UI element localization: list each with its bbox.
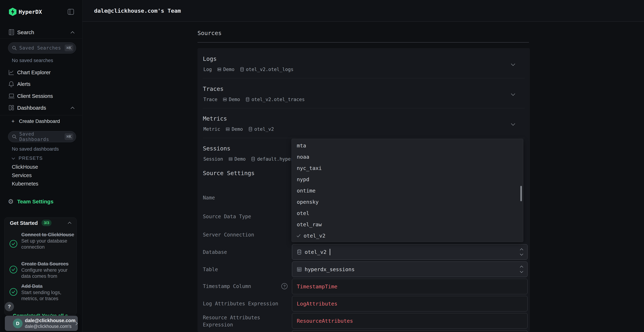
- database-value: otel_v2: [305, 249, 326, 255]
- user-menu[interactable]: D dale@clickhouse.com dale@clickhouse.co…: [5, 316, 78, 331]
- get-started-progress-badge: 3/3: [42, 220, 52, 226]
- dropdown-option-selected[interactable]: otel_v2: [292, 230, 523, 241]
- source-kind: Trace: [204, 97, 217, 102]
- source-meta: Trace Demo otel_v2.otel_traces: [204, 97, 305, 102]
- database-dropdown: mta noaa nyc_taxi nypd ontime opensky ot…: [292, 139, 523, 242]
- database-label: Database: [203, 249, 227, 255]
- dropdown-scrollbar[interactable]: [520, 186, 522, 201]
- sidebar-item-alerts[interactable]: Alerts: [17, 81, 30, 87]
- database-icon: [246, 97, 250, 102]
- expand-source-chevron-icon[interactable]: [511, 122, 515, 126]
- presets-header[interactable]: PRESETS: [18, 156, 43, 161]
- source-kind: Log: [204, 67, 212, 72]
- source-section-title: Traces: [203, 86, 224, 92]
- source-meta: Metric Demo otel_v2: [204, 126, 274, 132]
- source-table: otel_v2.otel_traces: [252, 97, 305, 102]
- text-cursor: [330, 249, 330, 255]
- step-title: Add Data: [21, 283, 75, 290]
- name-label: Name: [203, 195, 215, 201]
- source-server: Demo: [229, 97, 240, 102]
- sidebar-item-preset-clickhouse[interactable]: ClickHouse: [12, 164, 38, 170]
- log-attributes-label: Log Attributes Expression: [203, 301, 278, 306]
- source-settings-title: Source Settings: [203, 170, 254, 176]
- source-section-title: Logs: [203, 56, 217, 62]
- dropdown-option[interactable]: noaa: [292, 151, 523, 162]
- database-icon: [251, 157, 255, 161]
- server-connection-label: Server Connection: [203, 232, 254, 238]
- gear-icon: ⚙: [8, 198, 14, 205]
- chart-explorer-icon: [8, 70, 14, 76]
- saved-dashboards-shortcut: ⌘K: [64, 133, 73, 140]
- search-section-icon: [8, 29, 15, 36]
- help-icon[interactable]: ?: [282, 283, 288, 289]
- dashboards-collapse-chevron-icon[interactable]: [71, 107, 74, 110]
- top-bar: dale@clickhouse.com's Team: [82, 0, 644, 22]
- timestamp-column-input[interactable]: TimestampTime: [292, 279, 528, 294]
- database-select[interactable]: otel_v2: [292, 244, 528, 260]
- server-icon: [228, 157, 233, 161]
- search-collapse-chevron-icon[interactable]: [71, 31, 74, 35]
- create-dashboard-button[interactable]: + Create Dashboard: [12, 118, 60, 124]
- source-server: Demo: [223, 67, 234, 72]
- sidebar-item-chart-explorer[interactable]: Chart Explorer: [17, 70, 51, 76]
- saved-dashboards-input[interactable]: Saved Dashboards ⌘K: [8, 131, 76, 142]
- sidebar-item-team-settings[interactable]: Team Settings: [17, 198, 54, 205]
- get-started-step[interactable]: Add Data Start sending logs, metrics, or…: [21, 283, 75, 302]
- sidebar-item-search[interactable]: Search: [17, 29, 34, 36]
- sidebar: HyperDX Search Saved Searches ⌘K No save…: [0, 0, 82, 332]
- dropdown-option[interactable]: ontime: [292, 185, 523, 196]
- resource-attributes-label: Resource Attributes Expression: [203, 314, 282, 328]
- select-chevrons-icon[interactable]: [520, 249, 523, 255]
- page-title: dale@clickhouse.com's Team: [94, 8, 181, 14]
- source-kind: Metric: [204, 126, 220, 132]
- dropdown-option[interactable]: nyc_taxi: [292, 162, 523, 174]
- plus-icon: +: [12, 118, 15, 124]
- step-desc: Set up your database connection: [21, 238, 75, 250]
- saved-dashboards-placeholder: Saved Dashboards: [19, 131, 64, 142]
- dropdown-option[interactable]: otel_raw: [292, 219, 523, 230]
- no-saved-searches-text: No saved searches: [12, 58, 53, 63]
- dropdown-option[interactable]: otel: [292, 208, 523, 219]
- completed-note: Completed! You're all s: [13, 313, 74, 316]
- timestamp-column-label: Timestamp Column: [203, 283, 251, 289]
- alerts-bell-icon: [8, 81, 14, 87]
- source-server: Demo: [234, 156, 246, 162]
- source-server: Demo: [232, 126, 243, 132]
- step-title: Create Data Sources: [21, 261, 75, 267]
- log-attributes-input[interactable]: LogAttributes: [292, 296, 528, 312]
- get-started-step[interactable]: Create Data Sources Configure where your…: [21, 261, 75, 279]
- saved-searches-input[interactable]: Saved Searches ⌘K: [8, 42, 76, 54]
- dashboards-icon: [8, 105, 14, 111]
- table-select[interactable]: hyperdx_sessions: [292, 262, 528, 277]
- dropdown-option[interactable]: mta: [292, 140, 523, 151]
- resource-attributes-input[interactable]: ResourceAttributes: [292, 313, 528, 328]
- sources-divider: [198, 42, 529, 42]
- select-chevrons-icon[interactable]: [520, 266, 523, 272]
- next-input-partial[interactable]: [292, 330, 528, 332]
- collapse-sidebar-icon[interactable]: [68, 9, 74, 15]
- avatar: D: [13, 318, 22, 328]
- table-value: hyperdx_sessions: [305, 266, 354, 272]
- sidebar-item-preset-kubernetes[interactable]: Kubernetes: [12, 181, 38, 187]
- create-dashboard-label: Create Dashboard: [19, 118, 60, 124]
- expand-source-chevron-icon[interactable]: [511, 92, 515, 96]
- source-meta: Log Demo otel_v2.otel_logs: [204, 67, 294, 72]
- sources-title: Sources: [198, 30, 222, 36]
- table-label: Table: [203, 266, 218, 272]
- source-table: otel_v2.otel_logs: [246, 67, 294, 72]
- get-started-step[interactable]: Connect to ClickHouse Set up your databa…: [21, 232, 75, 250]
- source-table: otel_v2: [254, 126, 274, 132]
- source-section-title: Sessions: [203, 145, 230, 152]
- step-title: Connect to ClickHouse: [21, 232, 75, 238]
- step-complete-check-icon: [9, 266, 18, 274]
- help-button[interactable]: ?: [5, 302, 14, 311]
- sidebar-item-client-sessions[interactable]: Client Sessions: [17, 93, 53, 99]
- presets-chevron-icon[interactable]: [12, 156, 15, 160]
- server-icon: [226, 127, 230, 131]
- sidebar-item-dashboards[interactable]: Dashboards: [17, 105, 46, 111]
- dropdown-option[interactable]: opensky: [292, 196, 523, 208]
- dropdown-option[interactable]: nypd: [292, 174, 523, 185]
- sidebar-item-preset-services[interactable]: Services: [12, 172, 32, 178]
- saved-searches-shortcut: ⌘K: [64, 44, 73, 51]
- expand-source-chevron-icon[interactable]: [511, 62, 515, 66]
